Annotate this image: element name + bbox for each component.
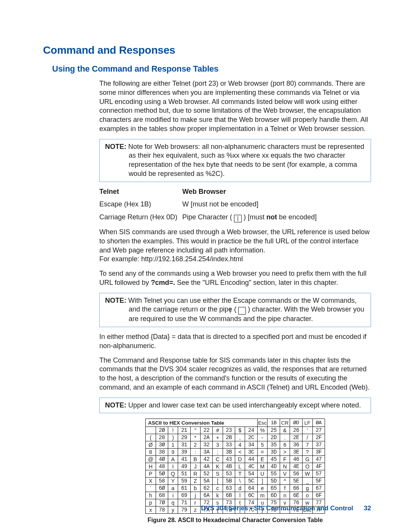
table-desc-paragraph: The Command and Response table for SIS c…: [99, 356, 371, 392]
ascii-char: P: [146, 470, 156, 478]
ascii-hex: 57: [312, 470, 325, 478]
ascii-char: ?: [302, 449, 312, 456]
ascii-extra-char: CR: [280, 419, 290, 427]
ascii-hex: 44: [245, 456, 257, 463]
ascii-char: _: [302, 478, 312, 485]
ascii-hex: 29: [178, 434, 190, 441]
ascii-hex: 34: [245, 441, 257, 449]
pipe-icon: |: [234, 215, 242, 222]
ascii-extra-hex: ØA: [312, 419, 325, 427]
ascii-char: @: [146, 456, 156, 463]
figure-number: Figure 28.: [148, 517, 177, 523]
telnet-cr: Carriage Return (Hex 0D): [99, 213, 182, 222]
ascii-hex: 37: [312, 441, 325, 449]
ascii-hex: 65: [268, 485, 280, 492]
page-footer: DVS 304 Series • SIS Communication and C…: [201, 505, 371, 512]
ascii-char: #: [213, 427, 223, 434]
ascii-char: Z: [190, 478, 200, 485]
ascii-hex: 4E: [290, 463, 302, 470]
ascii-char: 1: [168, 441, 178, 449]
main-content: The following are either Telnet (port 23…: [99, 79, 371, 524]
ascii-char: *: [190, 434, 200, 441]
ascii-char: ^: [280, 478, 290, 485]
protocol-row: Carriage Return (Hex 0D) Pipe Character …: [99, 213, 371, 222]
ascii-hex: 3B: [223, 449, 235, 456]
ascii-hex: 5B: [223, 478, 235, 485]
ascii-hex: 54: [245, 470, 257, 478]
ascii-char: T: [235, 470, 245, 478]
ascii-hex: 22: [200, 427, 212, 434]
telnet-escape: Escape (Hex 1B): [99, 200, 182, 209]
pipe-icon: |: [238, 307, 246, 315]
ascii-hex: 5C: [245, 478, 257, 485]
ascii-hex: 6C: [245, 492, 257, 499]
ascii-char: k: [213, 492, 223, 499]
ascii-hex: 3C: [245, 449, 257, 456]
ascii-char: H: [146, 463, 156, 470]
ascii-char: =: [257, 449, 268, 456]
ascii-char: X: [146, 478, 156, 485]
page: Command and Responses Using the Command …: [0, 0, 411, 532]
ascii-char: &: [280, 427, 290, 434]
ascii-char: .: [280, 434, 290, 441]
ascii-char: K: [213, 463, 223, 470]
ascii-hex: 28: [156, 434, 168, 441]
example-url: For example: http://192.168.254.254/inde…: [99, 255, 371, 264]
ascii-hex: 3D: [268, 449, 280, 456]
ascii-hex: 2F: [312, 434, 325, 441]
ascii-char: Y: [168, 478, 178, 485]
note-box-1: NOTE: Note for Web browsers: all non-alp…: [99, 139, 371, 182]
ascii-char: n: [280, 492, 290, 499]
ascii-hex: 61: [178, 485, 190, 492]
ascii-char: e: [257, 485, 268, 492]
either-method-paragraph: In either method {Data} = data that is d…: [99, 332, 371, 351]
ascii-hex: 53: [223, 470, 235, 478]
ascii-hex: 6F: [312, 492, 325, 499]
ascii-hex: 2D: [268, 434, 280, 441]
note-label: NOTE:: [105, 143, 126, 150]
text-bold: not: [266, 213, 277, 221]
ascii-char: b: [190, 485, 200, 492]
intro-paragraph: The following are either Telnet (port 23…: [99, 79, 371, 134]
ascii-char: F: [280, 456, 290, 463]
ascii-hex: 51: [178, 470, 190, 478]
ascii-char: :: [190, 449, 200, 456]
heading-2: Using the Command and Response Tables: [52, 64, 371, 74]
ascii-char: <: [235, 449, 245, 456]
ascii-hex: 48: [156, 463, 168, 470]
ascii-char: >: [280, 449, 290, 456]
ascii-hex: 4Ø: [156, 456, 168, 463]
ascii-char: c: [213, 485, 223, 492]
ascii-hex: 32: [200, 441, 212, 449]
ascii-char: W: [302, 470, 312, 478]
ascii-hex: 2B: [223, 434, 235, 441]
ascii-hex: 5E: [290, 478, 302, 485]
ascii-char: ]: [257, 478, 268, 485]
ascii-char: o: [302, 492, 312, 499]
note-box-2: NOTE: With Telnet you can use either the…: [99, 293, 371, 328]
ascii-char: z: [190, 506, 200, 514]
ascii-char: g: [302, 485, 312, 492]
figure-caption: Figure 28. ASCII to Hexadecimal Characte…: [145, 517, 325, 524]
ascii-hex: 69: [178, 492, 190, 499]
ascii-char: i: [168, 492, 178, 499]
protocol-row: Escape (Hex 1B) W [must not be encoded]: [99, 200, 371, 209]
ascii-hex: 4C: [245, 463, 257, 470]
ascii-char: ,: [235, 434, 245, 441]
ascii-hex: 31: [178, 441, 190, 449]
ascii-char: (: [146, 434, 156, 441]
ascii-char: !: [168, 427, 178, 434]
ascii-char: d: [235, 485, 245, 492]
ascii-char: B: [190, 456, 200, 463]
ascii-char: \: [235, 478, 245, 485]
ascii-hex: 41: [178, 456, 190, 463]
ascii-hex: 52: [200, 470, 212, 478]
ascii-hex: 35: [268, 441, 280, 449]
ascii-char: M: [257, 463, 268, 470]
ascii-char: O: [302, 463, 312, 470]
ascii-char: Q: [168, 470, 178, 478]
ascii-hex: 4B: [223, 463, 235, 470]
ascii-char: A: [168, 456, 178, 463]
ascii-char: 6: [280, 441, 290, 449]
ascii-hex: 56: [290, 470, 302, 478]
